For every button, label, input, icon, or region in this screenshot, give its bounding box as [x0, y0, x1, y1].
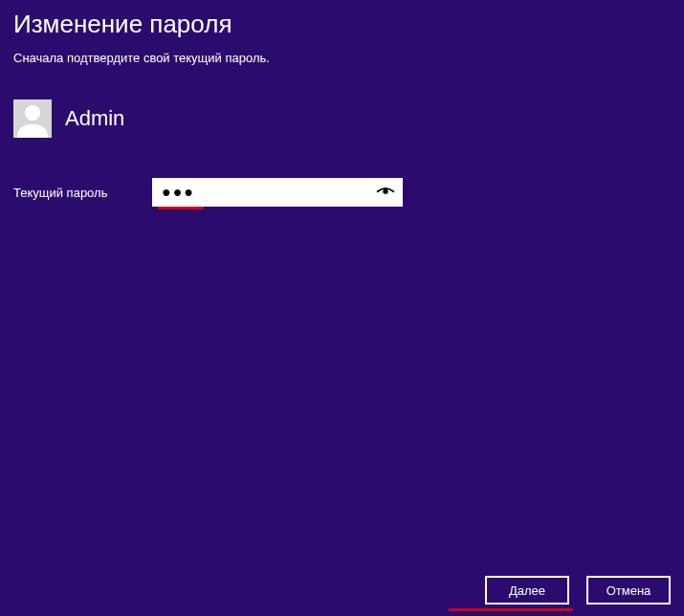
next-button[interactable]: Далее	[485, 576, 569, 605]
current-password-input[interactable]	[152, 178, 403, 207]
user-account-row: Admin	[0, 73, 684, 138]
svg-point-2	[383, 189, 387, 194]
page-subtitle: Сначала подтвердите свой текущий пароль.	[13, 51, 671, 65]
password-reveal-icon[interactable]	[374, 181, 397, 204]
page-title: Изменение пароля	[13, 10, 671, 39]
current-password-label: Текущий пароль	[13, 186, 152, 200]
annotation-underline-button	[449, 608, 573, 611]
cancel-button[interactable]: Отмена	[586, 576, 671, 605]
svg-point-1	[25, 105, 40, 121]
user-avatar-icon	[13, 99, 52, 138]
user-name: Admin	[65, 106, 124, 131]
annotation-underline-input	[158, 207, 204, 209]
